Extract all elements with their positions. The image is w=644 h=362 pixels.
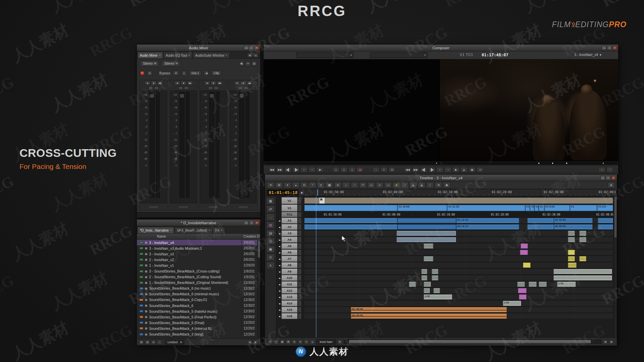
pan-value-box[interactable] (178, 86, 183, 89)
timeline-clip[interactable]: A1 32:01 (554, 218, 593, 223)
close-button[interactable]: ✕ (255, 221, 259, 225)
track-monitor-box[interactable] (298, 237, 302, 243)
record-monitor[interactable] (439, 59, 618, 161)
bin-row[interactable]: ▦3 - InvisNarr_v3,Audio Mixdown,32/6/201 (137, 245, 260, 251)
track-monitor-box[interactable] (298, 256, 302, 262)
timeline-clip[interactable] (304, 197, 613, 204)
timeline-clip[interactable] (553, 269, 612, 274)
track-button[interactable]: A5 (281, 243, 298, 249)
track-lane[interactable] (304, 243, 613, 249)
timeline-clip[interactable]: V1 1: (525, 205, 530, 211)
track-button[interactable]: TC1 (281, 212, 298, 217)
audio-meter-icon[interactable]: ■ (298, 340, 303, 344)
swap-icon[interactable]: ⇄ (266, 205, 275, 213)
bin-row[interactable]: ▦2 - SoundStories_BearAttack_(Cutting So… (137, 274, 260, 280)
track-panel-arrow-icon[interactable]: ◀ (278, 307, 281, 313)
tab[interactable]: Audio EQ Tool× (163, 52, 193, 58)
track-monitor-box[interactable] (298, 243, 302, 249)
step-back-icon[interactable]: ◀▌ (284, 167, 291, 173)
sequence-name-dropdown[interactable]: 3 - InvisNarr_v4▾ (574, 53, 601, 57)
track-lane[interactable]: 01:01:50:0001:02:00:0001:02:10:0001:02:2… (304, 212, 613, 217)
automation-button[interactable] (208, 205, 218, 209)
column-creation-date[interactable]: Creation D (244, 235, 260, 238)
bin-row[interactable]: ▦SoundStories_BearAttack_5 (Final Perfec… (137, 314, 260, 320)
timeline-clip[interactable]: 1.02 (503, 301, 521, 306)
track-monitor-box[interactable] (298, 212, 302, 217)
focus-down-icon[interactable]: ▾ (304, 340, 309, 344)
rewind-icon[interactable]: ◀◀ (268, 167, 275, 173)
gain-value-box[interactable] (184, 86, 189, 89)
tab-close-icon[interactable]: × (226, 54, 227, 57)
mark-in-icon[interactable]: ⌐ (301, 167, 308, 173)
step-forward-icon[interactable]: ▐▶ (292, 167, 300, 173)
timeline-clip[interactable]: V1 (530, 205, 534, 211)
record-arm-icon[interactable] (140, 71, 145, 75)
track-button[interactable]: A11 (281, 281, 298, 287)
timeline-clip[interactable] (568, 262, 577, 268)
track-up-icon[interactable]: ▴ (292, 182, 300, 188)
timeline-clip[interactable] (517, 282, 525, 287)
gang-icon[interactable]: ▯ (340, 167, 347, 173)
step-back2-icon[interactable]: ◀▌ (420, 167, 427, 173)
timeline-clip[interactable]: A2 32:01 (554, 224, 593, 230)
track-button[interactable]: V1 (281, 204, 298, 212)
timeline-clip[interactable] (397, 224, 456, 230)
export-icon[interactable]: ↑ (606, 167, 613, 173)
record-menu-dropdown[interactable]: ▾ (370, 52, 427, 58)
timeline-clip[interactable] (433, 288, 440, 293)
tab[interactable]: AudioSuite Window× (193, 52, 230, 58)
maximize-button[interactable]: ▫ (249, 221, 254, 225)
timeline-clip[interactable] (424, 288, 430, 293)
scroll-left-icon[interactable]: ◀ (247, 340, 252, 345)
track-lane[interactable] (304, 230, 613, 236)
track-panel-arrow-icon[interactable]: ◀ (278, 262, 281, 268)
splice-icon[interactable]: ≡ (376, 182, 383, 188)
track-monitor-box[interactable] (298, 288, 302, 294)
timeline-clip[interactable] (579, 231, 586, 236)
track-button[interactable]: A15 (281, 307, 298, 313)
play-marker-icon[interactable]: ▶ (300, 190, 304, 195)
track-button[interactable]: A1 (281, 218, 298, 224)
timeline-clip[interactable]: V1 (539, 205, 544, 211)
track-button[interactable]: A16 (281, 313, 298, 319)
timeline-clip[interactable]: V1 (534, 205, 539, 211)
timeline-clip[interactable] (539, 282, 547, 287)
track-button[interactable]: A6 (281, 249, 298, 255)
bin-row[interactable]: ▦SoundStories_BearAttack_612/30/2 (137, 303, 260, 308)
bin-row[interactable]: ▦SoundStories_BearAttack_5 (hateful musi… (137, 308, 260, 314)
tab-close-icon[interactable]: × (170, 229, 172, 232)
grid-icon[interactable]: ⊞ (275, 182, 283, 188)
meter-mode-icon[interactable]: ▮ (240, 81, 246, 85)
timeline-clip[interactable] (424, 282, 431, 287)
bin-row[interactable]: ▦SoundStories_BearAttack_6.Copy.0112/30/… (137, 297, 260, 303)
source-monitor[interactable] (264, 59, 439, 161)
track-button[interactable]: A4 (281, 237, 298, 243)
add-icon[interactable]: + (309, 182, 316, 188)
meter-mode-icon[interactable]: ▮ (151, 81, 157, 85)
track-lane[interactable]: A1 28:41 (304, 307, 613, 313)
track-button[interactable]: A2 (281, 224, 298, 230)
track-monitor-box[interactable] (298, 218, 302, 224)
timeline-clip[interactable]: 1.02 (424, 294, 452, 300)
timeline-clip[interactable] (518, 288, 527, 293)
track-monitor-box[interactable] (298, 307, 302, 313)
color-palette-icon[interactable]: ▧ (266, 222, 275, 229)
bin-row[interactable]: ▦SoundStories_BearAttack_6 (no music)12/… (137, 286, 260, 291)
track-lane[interactable]: 1.02 (304, 294, 613, 300)
timeline-clip[interactable]: V1 3:0 (597, 205, 613, 211)
scroll-thumb[interactable] (614, 197, 616, 237)
track-lane[interactable] (304, 237, 613, 243)
trim-mode-icon[interactable]: ◭ (461, 167, 468, 173)
track-lane[interactable]: V1 10:09V1 11:15V1 1:V1V1V1V1 9:03V1V1 3… (304, 204, 613, 212)
record-monitor-icon[interactable]: ◯ (274, 340, 279, 344)
stereo-output-button[interactable]: Stereo◀ (162, 61, 180, 66)
pan-icon[interactable]: ◀ (174, 81, 180, 85)
timeline-clip[interactable] (529, 282, 537, 287)
timeline-clip[interactable] (304, 218, 397, 223)
track-panel-arrow-icon[interactable]: ◀ (278, 275, 281, 281)
track-lane[interactable] (304, 249, 613, 255)
minimize-button[interactable]: — (244, 46, 249, 50)
text-view-icon[interactable]: ▤ (139, 340, 144, 345)
automation-button[interactable] (178, 205, 189, 209)
timeline-hscrollbar[interactable] (344, 340, 601, 344)
